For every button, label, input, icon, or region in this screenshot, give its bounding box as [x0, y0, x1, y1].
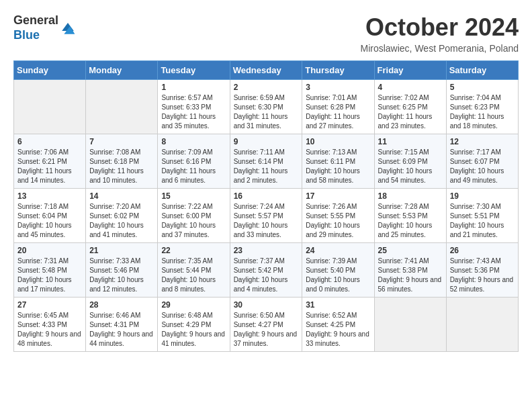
weekday-header-saturday: Saturday	[446, 61, 518, 80]
day-number: 10	[306, 137, 370, 146]
day-info: Sunrise: 7:08 AM Sunset: 6:18 PM Dayligh…	[89, 148, 154, 185]
day-number: 17	[306, 191, 370, 201]
calendar-cell: 6Sunrise: 7:06 AM Sunset: 6:21 PM Daylig…	[14, 134, 86, 189]
day-number: 3	[306, 83, 370, 92]
day-info: Sunrise: 6:52 AM Sunset: 4:25 PM Dayligh…	[306, 311, 370, 349]
day-info: Sunrise: 7:41 AM Sunset: 5:38 PM Dayligh…	[378, 257, 443, 294]
calendar-cell	[14, 80, 86, 134]
week-row-3: 13Sunrise: 7:18 AM Sunset: 6:04 PM Dayli…	[14, 189, 519, 243]
day-number: 26	[450, 246, 515, 255]
day-number: 23	[234, 246, 299, 255]
calendar-cell: 24Sunrise: 7:39 AM Sunset: 5:40 PM Dayli…	[302, 243, 374, 298]
day-number: 31	[306, 300, 370, 310]
week-row-4: 20Sunrise: 7:31 AM Sunset: 5:48 PM Dayli…	[14, 243, 519, 298]
day-number: 13	[17, 191, 82, 201]
day-number: 12	[450, 137, 515, 146]
weekday-header-row: SundayMondayTuesdayWednesdayThursdayFrid…	[14, 61, 519, 80]
calendar-cell: 25Sunrise: 7:41 AM Sunset: 5:38 PM Dayli…	[374, 243, 446, 298]
day-info: Sunrise: 7:09 AM Sunset: 6:16 PM Dayligh…	[161, 148, 226, 185]
page-header: General Blue October 2024 Miroslawiec, W…	[13, 13, 519, 54]
calendar-cell: 13Sunrise: 7:18 AM Sunset: 6:04 PM Dayli…	[14, 189, 86, 243]
calendar-cell: 22Sunrise: 7:35 AM Sunset: 5:44 PM Dayli…	[158, 243, 230, 298]
calendar-cell: 10Sunrise: 7:13 AM Sunset: 6:11 PM Dayli…	[302, 134, 374, 189]
calendar-cell: 17Sunrise: 7:26 AM Sunset: 5:55 PM Dayli…	[302, 189, 374, 243]
day-info: Sunrise: 7:20 AM Sunset: 6:02 PM Dayligh…	[89, 202, 154, 240]
day-number: 28	[89, 300, 154, 310]
calendar-cell: 4Sunrise: 7:02 AM Sunset: 6:25 PM Daylig…	[374, 80, 446, 134]
day-number: 30	[234, 300, 299, 310]
calendar-cell: 3Sunrise: 7:01 AM Sunset: 6:28 PM Daylig…	[302, 80, 374, 134]
day-number: 7	[89, 137, 154, 146]
month-title: October 2024	[360, 13, 519, 42]
calendar-cell: 2Sunrise: 6:59 AM Sunset: 6:30 PM Daylig…	[230, 80, 302, 134]
logo-text: General Blue	[13, 13, 58, 42]
day-number: 25	[378, 246, 443, 255]
week-row-5: 27Sunrise: 6:45 AM Sunset: 4:33 PM Dayli…	[14, 298, 519, 352]
week-row-2: 6Sunrise: 7:06 AM Sunset: 6:21 PM Daylig…	[14, 134, 519, 189]
week-row-1: 1Sunrise: 6:57 AM Sunset: 6:33 PM Daylig…	[14, 80, 519, 134]
weekday-header-friday: Friday	[374, 61, 446, 80]
calendar-cell: 14Sunrise: 7:20 AM Sunset: 6:02 PM Dayli…	[86, 189, 158, 243]
day-info: Sunrise: 7:17 AM Sunset: 6:07 PM Dayligh…	[450, 148, 515, 185]
day-info: Sunrise: 7:33 AM Sunset: 5:46 PM Dayligh…	[89, 257, 154, 294]
day-info: Sunrise: 7:18 AM Sunset: 6:04 PM Dayligh…	[17, 202, 82, 240]
day-number: 15	[161, 191, 226, 201]
day-number: 2	[234, 83, 299, 92]
day-info: Sunrise: 7:02 AM Sunset: 6:25 PM Dayligh…	[378, 93, 443, 131]
day-number: 6	[17, 137, 82, 146]
day-info: Sunrise: 7:24 AM Sunset: 5:57 PM Dayligh…	[234, 202, 299, 240]
day-info: Sunrise: 7:37 AM Sunset: 5:42 PM Dayligh…	[234, 257, 299, 294]
calendar-cell: 21Sunrise: 7:33 AM Sunset: 5:46 PM Dayli…	[86, 243, 158, 298]
calendar-cell: 30Sunrise: 6:50 AM Sunset: 4:27 PM Dayli…	[230, 298, 302, 352]
day-info: Sunrise: 6:59 AM Sunset: 6:30 PM Dayligh…	[234, 93, 299, 131]
day-info: Sunrise: 7:13 AM Sunset: 6:11 PM Dayligh…	[306, 148, 370, 185]
logo-icon	[60, 20, 76, 36]
day-number: 16	[234, 191, 299, 201]
weekday-header-wednesday: Wednesday	[230, 61, 302, 80]
day-info: Sunrise: 6:46 AM Sunset: 4:31 PM Dayligh…	[89, 311, 154, 349]
day-info: Sunrise: 7:26 AM Sunset: 5:55 PM Dayligh…	[306, 202, 370, 240]
day-number: 9	[234, 137, 299, 146]
calendar-cell: 9Sunrise: 7:11 AM Sunset: 6:14 PM Daylig…	[230, 134, 302, 189]
day-info: Sunrise: 7:06 AM Sunset: 6:21 PM Dayligh…	[17, 148, 82, 185]
calendar-cell: 15Sunrise: 7:22 AM Sunset: 6:00 PM Dayli…	[158, 189, 230, 243]
weekday-header-tuesday: Tuesday	[158, 61, 230, 80]
location: Miroslawiec, West Pomerania, Poland	[360, 43, 519, 54]
day-number: 8	[161, 137, 226, 146]
calendar-table: SundayMondayTuesdayWednesdayThursdayFrid…	[13, 60, 519, 352]
day-info: Sunrise: 6:50 AM Sunset: 4:27 PM Dayligh…	[234, 311, 299, 349]
calendar-cell: 20Sunrise: 7:31 AM Sunset: 5:48 PM Dayli…	[14, 243, 86, 298]
calendar-cell: 7Sunrise: 7:08 AM Sunset: 6:18 PM Daylig…	[86, 134, 158, 189]
day-number: 1	[161, 83, 226, 92]
calendar-cell	[86, 80, 158, 134]
day-info: Sunrise: 7:22 AM Sunset: 6:00 PM Dayligh…	[161, 202, 226, 240]
calendar-cell: 1Sunrise: 6:57 AM Sunset: 6:33 PM Daylig…	[158, 80, 230, 134]
day-info: Sunrise: 6:48 AM Sunset: 4:29 PM Dayligh…	[161, 311, 226, 349]
day-number: 5	[450, 83, 515, 92]
day-info: Sunrise: 7:43 AM Sunset: 5:36 PM Dayligh…	[450, 257, 515, 294]
calendar-cell: 5Sunrise: 7:04 AM Sunset: 6:23 PM Daylig…	[446, 80, 518, 134]
day-info: Sunrise: 7:31 AM Sunset: 5:48 PM Dayligh…	[17, 257, 82, 294]
day-number: 21	[89, 246, 154, 255]
calendar-cell: 31Sunrise: 6:52 AM Sunset: 4:25 PM Dayli…	[302, 298, 374, 352]
calendar-cell: 18Sunrise: 7:28 AM Sunset: 5:53 PM Dayli…	[374, 189, 446, 243]
day-info: Sunrise: 7:01 AM Sunset: 6:28 PM Dayligh…	[306, 93, 370, 131]
day-info: Sunrise: 7:35 AM Sunset: 5:44 PM Dayligh…	[161, 257, 226, 294]
calendar-cell: 8Sunrise: 7:09 AM Sunset: 6:16 PM Daylig…	[158, 134, 230, 189]
day-number: 24	[306, 246, 370, 255]
day-info: Sunrise: 7:28 AM Sunset: 5:53 PM Dayligh…	[378, 202, 443, 240]
day-info: Sunrise: 7:04 AM Sunset: 6:23 PM Dayligh…	[450, 93, 515, 131]
calendar-cell: 28Sunrise: 6:46 AM Sunset: 4:31 PM Dayli…	[86, 298, 158, 352]
day-info: Sunrise: 7:11 AM Sunset: 6:14 PM Dayligh…	[234, 148, 299, 185]
weekday-header-sunday: Sunday	[14, 61, 86, 80]
calendar-cell: 12Sunrise: 7:17 AM Sunset: 6:07 PM Dayli…	[446, 134, 518, 189]
day-number: 27	[17, 300, 82, 310]
calendar-cell	[374, 298, 446, 352]
calendar-cell: 16Sunrise: 7:24 AM Sunset: 5:57 PM Dayli…	[230, 189, 302, 243]
calendar-cell: 11Sunrise: 7:15 AM Sunset: 6:09 PM Dayli…	[374, 134, 446, 189]
day-number: 18	[378, 191, 443, 201]
calendar-cell: 26Sunrise: 7:43 AM Sunset: 5:36 PM Dayli…	[446, 243, 518, 298]
weekday-header-thursday: Thursday	[302, 61, 374, 80]
weekday-header-monday: Monday	[86, 61, 158, 80]
day-info: Sunrise: 6:45 AM Sunset: 4:33 PM Dayligh…	[17, 311, 82, 349]
